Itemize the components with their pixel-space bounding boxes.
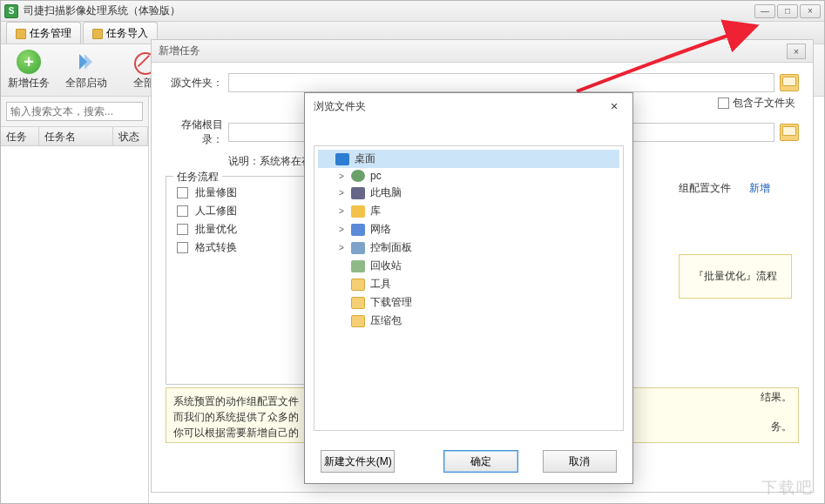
expander-icon[interactable]: > [337, 188, 346, 198]
dialog-title: 浏览文件夹 [314, 99, 366, 114]
tree-label: 库 [370, 204, 381, 218]
folder-icon [351, 297, 365, 309]
flow-checkbox[interactable] [177, 187, 188, 198]
new-folder-button[interactable]: 新建文件夹(M) [321, 450, 395, 473]
tree-label: pc [370, 170, 382, 182]
tree-item[interactable]: >控制面板 [318, 239, 619, 257]
flow-label: 人工修图 [195, 204, 237, 218]
folder-icon [335, 153, 349, 165]
tree-item[interactable]: 桌面 [318, 150, 619, 168]
tab-task-import[interactable]: 任务导入 [83, 22, 158, 44]
tree-label: 回收站 [370, 259, 402, 273]
tree-label: 控制面板 [370, 240, 412, 255]
flow-item[interactable]: 批量优化 [177, 220, 306, 239]
add-config-link[interactable]: 新增 [749, 182, 770, 194]
dialog-ok-button[interactable]: 确定 [443, 450, 517, 473]
include-subfolders-checkbox[interactable] [718, 97, 729, 109]
tab-label: 任务管理 [30, 26, 71, 41]
add-icon [17, 50, 41, 74]
browse-src-button[interactable] [780, 74, 799, 91]
tree-item[interactable]: 回收站 [318, 257, 619, 275]
result-text: 结果。 [761, 390, 792, 405]
window-title: 司捷扫描影像处理系统（体验版） [24, 3, 754, 18]
task-flow-group: 任务流程 批量修图人工修图批量优化格式转换 [166, 176, 314, 385]
expander-icon[interactable]: > [337, 225, 346, 234]
main-window: S 司捷扫描影像处理系统（体验版） — □ × 任务管理 任务导入 新增任务 全… [0, 0, 825, 504]
panel-close-button[interactable]: × [787, 44, 806, 59]
tree-item[interactable]: >pc [318, 168, 619, 184]
src-folder-input[interactable] [228, 73, 774, 92]
folder-icon [351, 170, 365, 182]
tree-item[interactable]: 压缩包 [318, 312, 619, 330]
expander-icon[interactable]: > [337, 171, 346, 181]
tree-item[interactable]: >此电脑 [318, 184, 619, 202]
tree-label: 桌面 [355, 151, 375, 166]
flow-item[interactable]: 格式转换 [177, 239, 306, 257]
tree-label: 工具 [370, 277, 391, 292]
close-button[interactable]: × [800, 4, 821, 18]
folder-icon [351, 279, 365, 291]
task-grid-header: 任务ID 任务名 状态 [1, 127, 148, 146]
toolbar-label: 全部启动 [65, 76, 107, 91]
trail-text: 务。 [771, 420, 792, 434]
tab-label: 任务导入 [106, 26, 148, 41]
toolbar-start-all[interactable]: 全部启动 [65, 50, 107, 91]
panel-title: 新增任务 [159, 44, 200, 58]
col-task-id[interactable]: 任务ID [1, 127, 39, 145]
maximize-button[interactable]: □ [777, 4, 798, 18]
flow-label: 批量修图 [195, 185, 237, 200]
search-input[interactable] [6, 102, 143, 121]
flow-label: 格式转换 [195, 240, 237, 255]
app-icon: S [4, 4, 18, 18]
flow-checkbox[interactable] [177, 242, 188, 253]
browse-store-button[interactable] [780, 124, 799, 141]
expander-icon[interactable]: > [337, 206, 346, 216]
tree-label: 此电脑 [370, 185, 402, 200]
config-file-label: 组配置文件 [679, 182, 731, 194]
store-root-label: 存储根目录： [166, 118, 228, 147]
right-hints: 组配置文件 新增 [679, 178, 792, 198]
tree-label: 压缩包 [370, 313, 402, 328]
task-grid-body [1, 146, 148, 503]
toolbar-add-task[interactable]: 新增任务 [8, 50, 50, 91]
dialog-cancel-button[interactable]: 取消 [543, 450, 617, 473]
folder-icon [351, 187, 365, 199]
tree-item[interactable]: >库 [318, 202, 619, 220]
dialog-close-button[interactable]: × [605, 97, 624, 116]
flow-checkbox[interactable] [177, 205, 188, 217]
src-folder-label: 源文件夹： [166, 76, 228, 91]
flow-label: 批量优化 [195, 222, 237, 237]
flow-item[interactable]: 批量修图 [177, 184, 306, 202]
toolbar-label: 新增任务 [8, 76, 50, 91]
browse-folder-dialog: 浏览文件夹 × 桌面>pc>此电脑>库>网络>控制面板回收站工具下载管理压缩包 … [304, 92, 633, 484]
play-icon [74, 50, 98, 74]
folder-icon [351, 260, 365, 272]
tree-label: 下载管理 [370, 295, 412, 310]
watermark: 下载吧 [761, 477, 814, 498]
tree-label: 网络 [370, 222, 391, 237]
tree-item[interactable]: >网络 [318, 220, 619, 239]
tab-task-manage[interactable]: 任务管理 [6, 22, 81, 44]
folder-tree[interactable]: 桌面>pc>此电脑>库>网络>控制面板回收站工具下载管理压缩包 [314, 145, 624, 431]
flow-hint-box: 『批量优化』流程 [679, 254, 792, 299]
task-flow-legend: 任务流程 [173, 170, 222, 185]
minimize-button[interactable]: — [754, 4, 775, 18]
col-task-status[interactable]: 状态 [113, 127, 148, 145]
folder-icon [351, 242, 365, 254]
expander-icon[interactable]: > [337, 243, 346, 252]
col-task-name[interactable]: 任务名 [39, 127, 113, 145]
task-sidebar: 任务ID 任务名 状态 [1, 97, 149, 503]
folder-icon [351, 224, 365, 236]
panel-titlebar: 新增任务 × [152, 40, 813, 63]
folder-icon [351, 205, 365, 218]
tree-item[interactable]: 工具 [318, 275, 619, 293]
flow-checkbox[interactable] [177, 224, 188, 235]
sheet-icon [92, 29, 103, 39]
tree-item[interactable]: 下载管理 [318, 293, 619, 312]
title-bar: S 司捷扫描影像处理系统（体验版） — □ × [1, 1, 824, 22]
include-subfolders-label: 包含子文件夹 [733, 96, 795, 111]
sheet-icon [16, 29, 26, 39]
folder-icon [351, 315, 365, 327]
flow-item[interactable]: 人工修图 [177, 202, 306, 220]
